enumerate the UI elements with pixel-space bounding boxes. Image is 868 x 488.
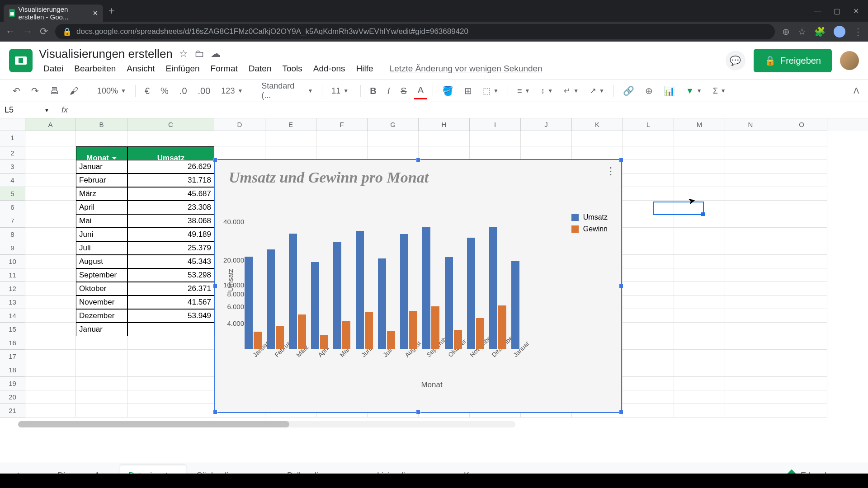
row-header[interactable]: 8	[0, 228, 25, 241]
wrap-button[interactable]: ↵▼	[560, 84, 582, 98]
cell[interactable]	[674, 377, 725, 390]
cell[interactable]	[127, 404, 214, 418]
cell[interactable]	[776, 241, 827, 255]
cell[interactable]	[76, 336, 127, 350]
cell[interactable]: November	[76, 296, 127, 309]
cell[interactable]: 25.379	[127, 241, 214, 255]
cell[interactable]	[674, 309, 725, 323]
row-header[interactable]: 9	[0, 241, 25, 255]
row-header[interactable]: 20	[0, 390, 25, 404]
cell[interactable]	[76, 131, 127, 146]
resize-handle[interactable]	[213, 410, 217, 414]
profile-avatar[interactable]	[834, 26, 845, 38]
italic-button[interactable]: I	[384, 83, 394, 99]
cell[interactable]	[623, 390, 674, 404]
row-header[interactable]: 13	[0, 296, 25, 309]
cell[interactable]	[521, 131, 572, 146]
collapse-toolbar-icon[interactable]: ᐱ	[854, 86, 859, 96]
cell[interactable]: April	[76, 201, 127, 214]
merge-cells-button[interactable]: ⬚▼	[479, 84, 502, 98]
cell[interactable]	[725, 255, 776, 268]
cell[interactable]	[76, 363, 127, 377]
cell[interactable]	[25, 131, 76, 146]
cell[interactable]	[25, 404, 76, 418]
minimize-icon[interactable]: —	[814, 7, 821, 15]
cell[interactable]	[25, 214, 76, 228]
menu-view[interactable]: Ansicht	[122, 63, 159, 75]
row-header[interactable]: 16	[0, 336, 25, 350]
cell[interactable]: Februar	[76, 174, 127, 187]
share-button[interactable]: 🔒 Freigeben	[754, 49, 832, 72]
cell[interactable]	[623, 309, 674, 323]
cell[interactable]: 31.718	[127, 174, 214, 187]
back-button[interactable]: ←	[5, 26, 15, 38]
cell[interactable]	[776, 160, 827, 174]
col-header[interactable]: B	[76, 118, 127, 131]
fill-color-button[interactable]: 🪣	[439, 83, 457, 99]
maximize-icon[interactable]: ▢	[834, 7, 840, 15]
col-header[interactable]: I	[470, 118, 521, 131]
cell[interactable]	[725, 390, 776, 404]
cell[interactable]	[25, 377, 76, 390]
cell[interactable]	[470, 146, 521, 160]
cell[interactable]	[776, 214, 827, 228]
formula-input[interactable]	[75, 106, 868, 115]
cell[interactable]	[674, 160, 725, 174]
cell[interactable]	[674, 404, 725, 418]
cell[interactable]	[623, 323, 674, 336]
cell[interactable]	[25, 363, 76, 377]
cell[interactable]: Dezember	[76, 309, 127, 323]
last-modified[interactable]: Letzte Änderung vor wenigen Sekunden	[385, 63, 547, 75]
cell[interactable]	[623, 241, 674, 255]
v-align-button[interactable]: ↕▼	[537, 84, 557, 98]
cell[interactable]	[725, 377, 776, 390]
resize-handle[interactable]	[619, 410, 623, 414]
user-avatar[interactable]	[840, 51, 859, 70]
cell[interactable]	[214, 131, 265, 146]
extensions-icon[interactable]: 🧩	[814, 26, 826, 37]
cell[interactable]	[265, 131, 316, 146]
cell[interactable]	[25, 228, 76, 241]
h-align-button[interactable]: ≡▼	[514, 84, 533, 98]
cell[interactable]	[725, 160, 776, 174]
menu-format[interactable]: Format	[206, 63, 242, 75]
cell[interactable]	[725, 174, 776, 187]
cell[interactable]	[521, 146, 572, 160]
cell[interactable]	[368, 146, 419, 160]
cell[interactable]	[623, 296, 674, 309]
cell[interactable]	[25, 241, 76, 255]
cell[interactable]	[776, 390, 827, 404]
row-header[interactable]: 15	[0, 323, 25, 336]
cell[interactable]	[725, 241, 776, 255]
cell[interactable]	[776, 282, 827, 296]
cell[interactable]	[725, 187, 776, 201]
cell[interactable]	[725, 323, 776, 336]
cell[interactable]	[623, 282, 674, 296]
menu-data[interactable]: Daten	[244, 63, 276, 75]
col-header[interactable]: F	[316, 118, 368, 131]
cell[interactable]	[776, 228, 827, 241]
cell[interactable]: 26.371	[127, 282, 214, 296]
cell[interactable]	[25, 390, 76, 404]
col-header[interactable]: L	[623, 118, 674, 131]
cell[interactable]	[725, 282, 776, 296]
row-header[interactable]: 4	[0, 174, 25, 187]
cell[interactable]	[572, 146, 623, 160]
cell[interactable]	[776, 174, 827, 187]
rotate-button[interactable]: ↗▼	[586, 84, 608, 98]
close-window-icon[interactable]: ✕	[853, 7, 859, 15]
cell[interactable]	[674, 131, 725, 146]
new-tab-button[interactable]: +	[108, 5, 115, 17]
cell[interactable]	[25, 174, 76, 187]
cell[interactable]	[776, 268, 827, 282]
cell[interactable]: Mai	[76, 214, 127, 228]
cell[interactable]	[776, 336, 827, 350]
cell[interactable]	[674, 187, 725, 201]
cell[interactable]	[25, 255, 76, 268]
link-button[interactable]: 🔗	[619, 83, 638, 99]
menu-help[interactable]: Hilfe	[352, 63, 378, 75]
chart-menu-icon[interactable]: ⋮	[606, 165, 616, 177]
cell[interactable]	[25, 336, 76, 350]
menu-insert[interactable]: Einfügen	[161, 63, 204, 75]
sheets-logo[interactable]	[9, 49, 33, 72]
